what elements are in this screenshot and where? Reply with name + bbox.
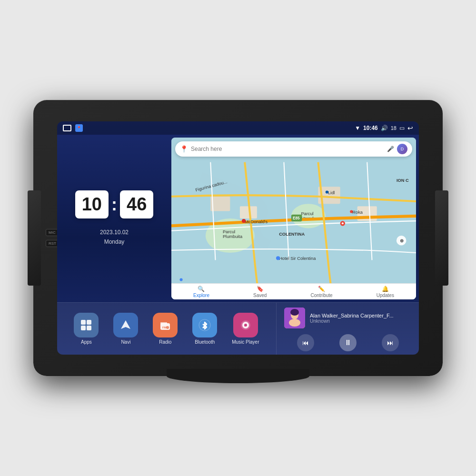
apps-label: Apps [81,339,92,345]
saved-label: Saved [253,293,267,298]
bluetooth-label: Bluetooth [195,339,215,345]
navi-icon-circle [113,313,138,337]
map-saved-tab[interactable]: 🔖 Saved [253,286,267,298]
map-pin-icon: 📍 [180,145,188,153]
apps-icon-item[interactable]: Apps [74,313,99,345]
status-bar: 📍 ▼ 10:46 🔊 18 ▭ ↩ [57,121,419,135]
svg-text:Roka: Roka [352,210,363,215]
updates-icon: 🔔 [382,286,389,292]
svg-point-46 [289,319,300,327]
saved-icon: 🔖 [257,286,264,292]
android-screen: 📍 ▼ 10:46 🔊 18 ▭ ↩ 10 : [57,121,419,355]
svg-text:Hotel Sir Colentina: Hotel Sir Colentina [279,256,316,261]
bottom-section: Apps Navi [57,302,419,355]
status-bar-right: ▼ 10:46 🔊 18 ▭ ↩ [355,124,413,132]
left-bracket [28,190,41,286]
music-prev-button[interactable]: ⏮ [297,334,314,351]
svg-rect-32 [81,326,86,330]
music-player-icon-circle: ♫ [233,313,258,337]
svg-rect-31 [87,320,91,325]
volume-icon: 🔊 [381,125,388,131]
music-artist: Unknown [310,318,411,324]
explore-icon: 🔍 [198,286,205,292]
clock-minutes: 46 [120,190,153,218]
clock-display: 10 : 46 [75,190,154,218]
screen-bezel: 📍 ▼ 10:46 🔊 18 ▭ ↩ 10 : [57,121,419,355]
svg-point-13 [242,219,246,223]
main-content: 10 : 46 2023.10.02 Monday [57,135,419,302]
home-nav-icon[interactable] [63,125,71,131]
svg-point-38 [166,326,169,329]
map-contribute-tab[interactable]: ✏️ Contribute [310,286,332,298]
explore-label: Explore [193,293,209,298]
svg-rect-30 [81,320,86,325]
svg-point-17 [326,190,328,193]
time-display: 10:46 [363,125,378,131]
date-text: 2023.10.02 [100,228,129,237]
svg-text:♫: ♫ [244,323,247,327]
svg-point-29 [342,222,344,224]
radio-icon-item[interactable]: FM Radio [153,313,178,345]
svg-point-15 [276,256,280,260]
map-updates-tab[interactable]: 🔔 Updates [377,286,394,298]
svg-text:Parcul: Parcul [301,211,313,216]
svg-point-47 [290,309,299,316]
updates-label: Updates [377,293,394,298]
map-bottom-bar: 🔍 Explore 🔖 Saved ✏️ Contribute [171,283,416,299]
map-search-bar[interactable]: 📍 Search here 🎤 D [175,141,412,157]
music-player-icon-item[interactable]: ♫ Music Player [232,313,259,345]
music-next-button[interactable]: ⏭ [382,334,399,351]
svg-rect-36 [160,322,167,324]
svg-text:ION C: ION C [397,178,409,183]
svg-text:Plumbuita: Plumbuita [223,234,243,239]
left-panel: 10 : 46 2023.10.02 Monday [57,135,171,302]
right-bracket [435,190,448,286]
maps-status-icon: 📍 [75,124,83,132]
music-section: Alan Walker_Sabrina Carpenter_F... Unkno… [276,302,419,355]
status-bar-left: 📍 [63,124,83,132]
svg-text:McDonald's: McDonald's [245,219,268,224]
music-title: Alan Walker_Sabrina Carpenter_F... [310,313,411,318]
svg-text:FM: FM [162,326,167,329]
map-panel[interactable]: Parcul Plumbuita Parcul Morodrom [171,138,416,299]
app-icons-section: Apps Navi [57,302,276,355]
music-album-art [284,307,305,328]
music-top: Alan Walker_Sabrina Carpenter_F... Unkno… [284,307,411,328]
battery-level: 18 [391,125,397,131]
svg-point-19 [350,210,353,213]
music-play-pause-button[interactable]: ⏸ [339,334,357,351]
apps-icon-circle [74,313,99,337]
svg-text:⊕: ⊕ [400,238,404,243]
contribute-label: Contribute [310,293,332,298]
map-mic-icon[interactable]: 🎤 [387,146,394,152]
navi-label: Navi [121,339,130,345]
bottom-curve [167,369,309,383]
svg-text:COLENTINA: COLENTINA [279,232,305,237]
date-display: 2023.10.02 Monday [100,228,129,246]
map-svg: Parcul Plumbuita Parcul Morodrom [171,138,416,299]
svg-text:E85: E85 [293,216,300,220]
day-text: Monday [100,238,129,247]
svg-point-24 [179,278,182,281]
svg-rect-33 [87,326,91,330]
contribute-icon: ✏️ [318,286,325,292]
music-player-label: Music Player [232,339,259,345]
clock-colon: : [111,195,117,215]
clock-hours: 10 [75,190,109,218]
car-head-unit: MIC RST 📍 ▼ 10:46 🔊 18 ▭ ↩ [33,100,443,376]
map-explore-tab[interactable]: 🔍 Explore [193,286,209,298]
svg-text:Parcul: Parcul [223,229,235,234]
svg-marker-34 [121,320,130,329]
user-avatar[interactable]: D [397,144,407,154]
wifi-icon: ▼ [355,125,360,131]
svg-text:Lidl: Lidl [328,190,335,195]
recents-icon[interactable]: ▭ [399,125,405,131]
radio-icon-circle: FM [153,313,178,337]
radio-label: Radio [159,339,171,345]
bluetooth-icon-item[interactable]: Bluetooth [192,313,217,345]
music-info: Alan Walker_Sabrina Carpenter_F... Unkno… [310,313,411,324]
svg-rect-7 [210,197,230,211]
map-search-placeholder: Search here [191,146,384,152]
back-icon[interactable]: ↩ [407,124,413,132]
navi-icon-item[interactable]: Navi [113,313,138,345]
